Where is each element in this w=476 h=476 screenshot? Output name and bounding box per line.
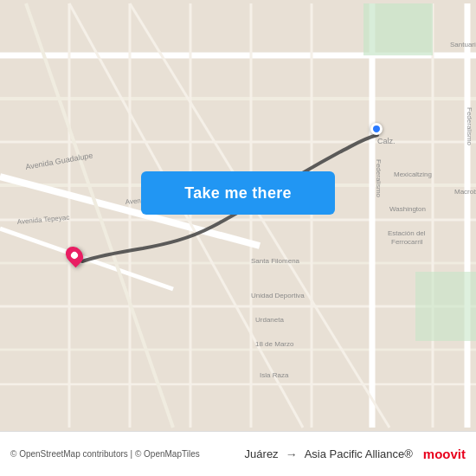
moovit-logo-text: moovit <box>423 447 466 461</box>
footer-bar: © OpenStreetMap contributors | © OpenMap… <box>0 431 476 476</box>
svg-text:Macrobus: Macrobus <box>454 188 476 196</box>
map-container: Avenida Guadalupe Avenida Tepeyac Federa… <box>0 0 476 431</box>
svg-rect-39 <box>415 272 476 341</box>
svg-text:Isla Raza: Isla Raza <box>260 371 289 379</box>
destination-marker <box>370 123 383 135</box>
from-label: Juárez <box>245 447 279 460</box>
svg-rect-38 <box>363 3 433 55</box>
svg-text:Estación del: Estación del <box>388 229 426 237</box>
svg-text:18 de Marzo: 18 de Marzo <box>255 340 294 348</box>
svg-text:Calz.: Calz. <box>377 137 396 145</box>
map-background: Avenida Guadalupe Avenida Tepeyac Federa… <box>0 0 476 431</box>
svg-text:Unidad Deportiva: Unidad Deportiva <box>251 292 305 299</box>
svg-text:Washington: Washington <box>389 205 426 213</box>
copyright-text: © OpenStreetMap contributors | © OpenMap… <box>10 449 245 459</box>
arrow-icon: → <box>286 447 298 461</box>
moovit-logo: moovit <box>423 447 466 461</box>
footer-route: Juárez → Asia Pacific Alliance® <box>245 447 413 461</box>
origin-marker <box>67 246 82 265</box>
svg-text:Ferrocarril: Ferrocarril <box>391 238 423 246</box>
svg-rect-0 <box>0 3 476 428</box>
svg-text:Mexicaltzing: Mexicaltzing <box>394 170 432 178</box>
svg-text:Santa Filomena: Santa Filomena <box>251 257 300 265</box>
svg-text:Santuario: Santuario <box>450 41 476 48</box>
take-me-there-button[interactable]: Take me there <box>141 171 335 215</box>
svg-text:Urdaneta: Urdaneta <box>255 316 284 324</box>
svg-text:Federalismo: Federalismo <box>375 159 383 198</box>
to-label: Asia Pacific Alliance® <box>305 447 413 460</box>
app: Avenida Guadalupe Avenida Tepeyac Federa… <box>0 0 476 476</box>
svg-text:Federalismo: Federalismo <box>466 107 473 146</box>
